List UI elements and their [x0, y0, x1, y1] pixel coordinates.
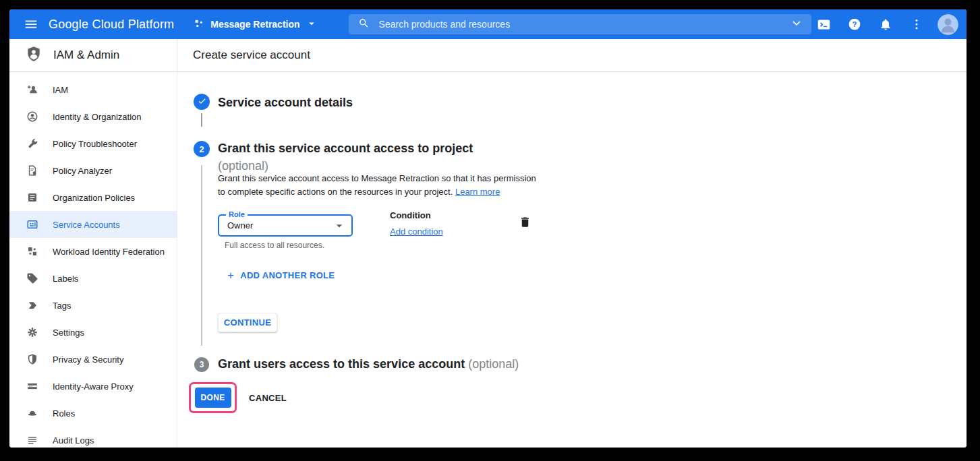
- avatar[interactable]: [935, 12, 960, 36]
- sidebar-item-privacy-security[interactable]: Privacy & Security: [9, 346, 177, 373]
- sidebar-item-label: Policy Troubleshooter: [53, 139, 137, 149]
- step2-description: Grant this service account access to Mes…: [218, 172, 536, 199]
- help-icon[interactable]: ?: [842, 12, 867, 36]
- cancel-button[interactable]: CANCEL: [249, 388, 287, 408]
- step3-title: Grant users access to this service accou…: [218, 355, 519, 373]
- workload-identity-icon: [26, 245, 38, 257]
- step1-complete-badge: [194, 94, 210, 110]
- sidebar-item-identity-aware-proxy[interactable]: Identity-Aware Proxy: [9, 373, 177, 400]
- sidebar-item-audit-logs[interactable]: Audit Logs: [9, 427, 177, 448]
- continue-button[interactable]: CONTINUE: [218, 313, 277, 332]
- plus-icon: +: [227, 271, 234, 280]
- topbar-actions: ?: [811, 12, 960, 36]
- step2-optional-label: (optional): [218, 159, 268, 173]
- tag-icon: [26, 299, 38, 311]
- wrench-icon: [26, 137, 38, 150]
- search-bar[interactable]: [349, 14, 811, 34]
- product-logo[interactable]: Google Cloud Platform: [49, 18, 174, 32]
- sidebar-item-label: Privacy & Security: [53, 355, 123, 365]
- main-content: Service account details 2 Grant this ser…: [177, 72, 967, 448]
- caret-down-icon: [306, 18, 318, 32]
- sidebar-item-settings[interactable]: Settings: [9, 319, 177, 346]
- sidebar-item-policy-analyzer[interactable]: Policy Analyzer: [9, 157, 177, 184]
- step3-number-badge: 3: [194, 357, 209, 372]
- search-icon: [358, 18, 370, 32]
- sidebar-item-label: Audit Logs: [53, 435, 94, 445]
- body-row: IAMIdentity & OrganizationPolicy Trouble…: [9, 72, 967, 448]
- sidebar-item-workload-identity-federation[interactable]: Workload Identity Federation: [9, 238, 177, 265]
- shield-person-icon: [25, 45, 42, 65]
- person-add-icon: [26, 84, 38, 96]
- sidebar-item-iam[interactable]: IAM: [9, 76, 177, 103]
- search-input[interactable]: [379, 19, 790, 30]
- sidebar-item-tags[interactable]: Tags: [9, 292, 177, 319]
- add-another-role-button[interactable]: + ADD ANOTHER ROLE: [227, 270, 335, 280]
- step-connector: [201, 165, 202, 346]
- shield-half-icon: [26, 353, 38, 365]
- audit-logs-icon: [26, 434, 38, 446]
- header-row: IAM & Admin Create service account: [9, 39, 967, 72]
- sidebar-item-label: Identity-Aware Proxy: [53, 381, 134, 392]
- role-select[interactable]: Role Owner: [218, 214, 353, 237]
- step2-number-badge: 2: [194, 141, 210, 157]
- sidebar-item-label: IAM: [53, 85, 68, 95]
- role-selected-value: Owner: [227, 220, 253, 230]
- role-field-label: Role: [226, 210, 248, 218]
- project-selector[interactable]: Message Retraction: [193, 18, 317, 32]
- sidebar-item-label: Policy Analyzer: [53, 166, 112, 176]
- dropdown-arrow-icon: [333, 219, 346, 233]
- learn-more-link[interactable]: Learn more: [455, 187, 500, 197]
- condition-label: Condition: [390, 210, 431, 220]
- trash-icon[interactable]: [519, 216, 531, 228]
- policy-analyzer-icon: [26, 164, 38, 177]
- sidebar-item-label: Organization Policies: [53, 193, 135, 203]
- sidebar-header: IAM & Admin: [9, 39, 177, 71]
- step-connector: [201, 113, 202, 127]
- proxy-icon: [26, 380, 38, 392]
- sidebar-item-label: Service Accounts: [53, 220, 120, 230]
- service-accounts-icon: [26, 218, 38, 230]
- done-button[interactable]: DONE: [195, 388, 231, 408]
- sidebar-title: IAM & Admin: [53, 49, 119, 62]
- step2-title: Grant this service account access to pro…: [218, 140, 473, 157]
- add-condition-link[interactable]: Add condition: [390, 226, 443, 237]
- sidebar-item-organization-policies[interactable]: Organization Policies: [9, 184, 177, 211]
- sidebar-item-service-accounts[interactable]: Service Accounts: [9, 211, 177, 238]
- project-name: Message Retraction: [210, 19, 299, 30]
- sidebar-item-identity-organization[interactable]: Identity & Organization: [9, 103, 177, 130]
- page-title: Create service account: [177, 39, 310, 71]
- svg-text:?: ?: [853, 20, 857, 28]
- menu-icon[interactable]: [18, 11, 45, 38]
- chevron-down-icon[interactable]: [790, 16, 803, 32]
- check-icon: [197, 96, 207, 108]
- bell-icon[interactable]: [873, 12, 898, 36]
- sidebar-item-label: Labels: [53, 274, 78, 284]
- sidebar-item-roles[interactable]: Roles: [9, 400, 177, 427]
- browser-viewport: Google Cloud Platform Message Retraction: [9, 9, 967, 448]
- step3-optional-label: (optional): [468, 357, 519, 371]
- sidebar-item-label: Roles: [53, 408, 75, 419]
- project-grid-icon: [193, 18, 205, 32]
- top-app-bar: Google Cloud Platform Message Retraction: [9, 9, 967, 39]
- org-policies-icon: [26, 191, 38, 204]
- sidebar-item-labels[interactable]: Labels: [9, 265, 177, 292]
- step1-title: Service account details: [218, 94, 353, 111]
- sidebar-item-label: Workload Identity Federation: [53, 247, 165, 257]
- more-vert-icon[interactable]: [904, 12, 929, 36]
- cloud-shell-icon[interactable]: [811, 12, 836, 36]
- sidebar-item-label: Settings: [53, 328, 84, 338]
- annotation-highlight-box: DONE: [189, 382, 237, 413]
- role-helper-text: Full access to all resources.: [225, 241, 324, 250]
- sidebar-item-label: Identity & Organization: [53, 112, 142, 122]
- gear-icon: [26, 326, 38, 338]
- sidebar-item-policy-troubleshooter[interactable]: Policy Troubleshooter: [9, 130, 177, 157]
- sidebar-menu: IAMIdentity & OrganizationPolicy Trouble…: [9, 72, 177, 448]
- sidebar-item-label: Tags: [53, 301, 71, 311]
- label-icon: [26, 272, 38, 284]
- identity-icon: [26, 111, 38, 123]
- roles-icon: [26, 407, 38, 419]
